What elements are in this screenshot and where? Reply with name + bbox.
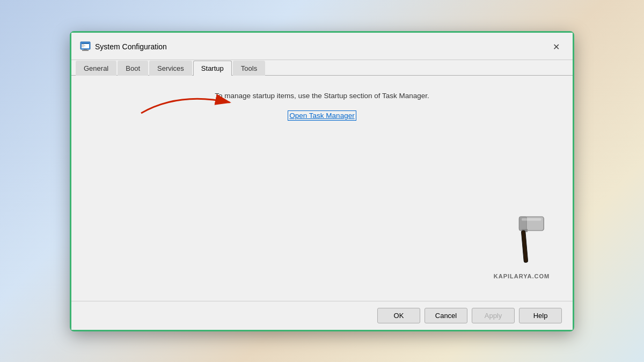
title-bar-left: System Configuration [80,41,167,57]
system-configuration-dialog: System Configuration ✕ General Boot Serv… [70,31,574,331]
app-icon [80,41,91,52]
tab-content: To manage startup items, use the Startup… [71,76,573,301]
button-bar: OK Cancel Apply Help [71,301,573,330]
tab-startup[interactable]: Startup [193,61,232,76]
svg-rect-5 [82,47,84,47]
svg-rect-7 [82,50,89,51]
tab-tools[interactable]: Tools [233,61,265,76]
help-button[interactable]: Help [519,308,562,323]
tab-bar: General Boot Services Startup Tools [71,60,573,76]
watermark-text: KAPILARYA.COM [492,273,551,279]
svg-rect-6 [84,49,87,50]
arrow-icon [136,86,243,119]
close-button[interactable]: ✕ [548,39,564,55]
apply-button[interactable]: Apply [472,308,515,323]
title-bar: System Configuration ✕ [71,33,573,60]
ok-button[interactable]: OK [377,308,420,323]
window-title: System Configuration [95,42,167,51]
svg-rect-4 [82,46,85,46]
svg-rect-13 [522,218,541,220]
svg-rect-2 [82,43,89,44]
open-task-manager-link[interactable]: Open Task Manager [288,110,356,121]
tab-services[interactable]: Services [149,61,192,76]
svg-rect-3 [82,45,84,45]
hammer-icon [492,212,551,271]
svg-rect-12 [521,230,528,262]
link-container: Open Task Manager [82,110,562,121]
tab-boot[interactable]: Boot [118,61,148,76]
watermark-container: KAPILARYA.COM [492,212,551,279]
cancel-button[interactable]: Cancel [425,308,467,323]
tab-general[interactable]: General [76,61,116,76]
